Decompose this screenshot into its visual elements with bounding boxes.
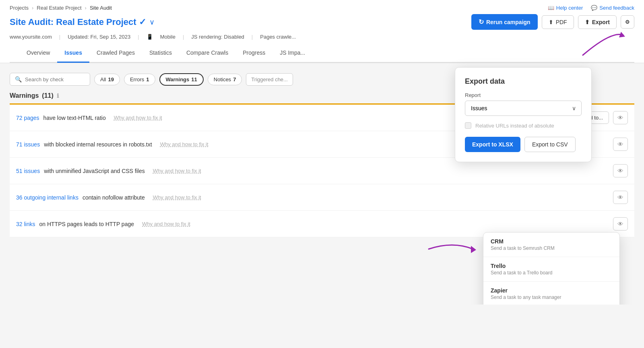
- issue-left-1: 72 pages have low text-HTML ratio Why an…: [16, 115, 162, 121]
- triggered-label: Triggered che...: [251, 76, 288, 82]
- search-box[interactable]: 🔍: [10, 73, 90, 86]
- tab-crawled-pages[interactable]: Crawled Pages: [89, 44, 142, 63]
- filter-warnings-label: Warnings: [166, 76, 190, 82]
- pdf-label: PDF: [556, 19, 567, 25]
- help-center-link[interactable]: 📖 Help center: [548, 5, 583, 11]
- issue-text-4: contain nofollow attribute: [83, 194, 145, 201]
- export-label: Export: [592, 19, 610, 25]
- filter-errors-button[interactable]: Errors 1: [124, 74, 155, 85]
- filter-all-count: 19: [108, 76, 114, 82]
- eye-icon-3: 👁: [617, 167, 623, 174]
- trello-desc: Send a task to a Trello board: [491, 270, 612, 276]
- send-to-crm-item[interactable]: CRM Send a task to Semrush CRM: [483, 233, 619, 257]
- breadcrumb-real-estate[interactable]: Real Estate Project: [37, 5, 81, 11]
- meta-js: JS rendering: Disabled: [191, 34, 244, 40]
- export-button[interactable]: ⬆ Export: [578, 15, 617, 29]
- issue-text-5: on HTTPS pages leads to HTTP page: [39, 221, 134, 227]
- issue-fix-5[interactable]: Why and how to fix it: [142, 221, 190, 227]
- eye-button-3[interactable]: 👁: [613, 164, 628, 177]
- filter-notices-count: 7: [233, 76, 236, 82]
- send-to-trello-item[interactable]: Trello Send a task to a Trello board: [483, 257, 619, 282]
- issue-link-4[interactable]: 36 outgoing internal links: [16, 194, 78, 201]
- export-xlsx-button[interactable]: Export to XLSX: [465, 137, 520, 152]
- breadcrumb-site-audit: Site Audit: [90, 5, 112, 11]
- issue-link-1[interactable]: 72 pages: [16, 115, 39, 121]
- meta-pages: Pages crawle...: [260, 34, 296, 40]
- issue-fix-1[interactable]: Why and how to fix it: [114, 115, 162, 121]
- tab-compare-crawls[interactable]: Compare Crawls: [179, 44, 235, 63]
- issue-left-4: 36 outgoing internal links contain nofol…: [16, 194, 201, 201]
- filter-notices-label: Notices: [214, 76, 231, 82]
- eye-icon-2: 👁: [617, 141, 623, 148]
- filter-errors-label: Errors: [130, 76, 144, 82]
- eye-icon-5: 👁: [617, 220, 623, 227]
- issue-fix-3[interactable]: Why and how to fix it: [153, 168, 201, 174]
- search-input[interactable]: [25, 76, 85, 82]
- issue-link-5[interactable]: 32 links: [16, 221, 35, 227]
- filter-warnings-button[interactable]: Warnings 11: [159, 73, 204, 86]
- section-title-text: Warnings: [10, 92, 39, 99]
- zapier-desc: Send a task to any task manager: [491, 294, 612, 300]
- tab-statistics[interactable]: Statistics: [142, 44, 179, 63]
- eye-button-4[interactable]: 👁: [613, 191, 628, 204]
- meta-sep2: |: [138, 34, 139, 40]
- tab-js-impact[interactable]: JS Impa...: [272, 44, 312, 63]
- export-report-select[interactable]: Issues: [465, 101, 582, 116]
- breadcrumb-sep2: ›: [85, 5, 87, 11]
- issue-link-3[interactable]: 51 issues: [16, 168, 40, 174]
- tab-issues[interactable]: Issues: [57, 44, 89, 63]
- issue-fix-4[interactable]: Why and how to fix it: [153, 194, 201, 200]
- send-feedback-label: Send feedback: [599, 5, 634, 11]
- header-actions: ↻ Rerun campaign ⬆ PDF ⬆ Export ⚙: [471, 14, 634, 30]
- rerun-campaign-button[interactable]: ↻ Rerun campaign: [471, 14, 538, 30]
- eye-button-2[interactable]: 👁: [613, 138, 628, 151]
- book-icon: 📖: [548, 5, 554, 11]
- relative-urls-checkbox[interactable]: [465, 122, 471, 129]
- info-icon[interactable]: ℹ: [57, 93, 59, 99]
- meta-sep3: |: [183, 34, 184, 40]
- issue-left-2: 71 issues with blocked internal resource…: [16, 141, 208, 148]
- issue-text-1: have low text-HTML ratio: [43, 115, 106, 121]
- project-name[interactable]: Real Estate Project ✓: [56, 17, 146, 27]
- issue-link-2[interactable]: 71 issues: [16, 141, 40, 148]
- issue-fix-2[interactable]: Why and how to fix it: [160, 141, 208, 147]
- svg-marker-1: [471, 246, 476, 253]
- settings-button[interactable]: ⚙: [621, 15, 634, 29]
- send-feedback-link[interactable]: 💬 Send feedback: [591, 5, 634, 11]
- gear-icon: ⚙: [625, 19, 630, 25]
- main-content: 🔍 All 19 Errors 1 Warnings 11 Notices 7 …: [0, 63, 644, 305]
- zapier-title: Zapier: [491, 287, 612, 294]
- issue-left-5: 32 links on HTTPS pages leads to HTTP pa…: [16, 221, 190, 227]
- filter-notices-button[interactable]: Notices 7: [208, 74, 242, 85]
- export-select-wrapper: Issues ∨: [465, 101, 582, 116]
- meta-device: Mobile: [160, 34, 175, 40]
- issue-text-2: with blocked internal resources in robot…: [44, 141, 152, 148]
- export-icon: ⬆: [585, 19, 590, 25]
- meta-row: www.yoursite.com | Updated: Fri, Sep 15,…: [10, 31, 634, 44]
- tab-overview[interactable]: Overview: [19, 44, 57, 63]
- breadcrumb-projects[interactable]: Projects: [10, 5, 29, 11]
- send-to-zapier-item[interactable]: Zapier Send a task to any task manager: [483, 282, 619, 305]
- tab-progress[interactable]: Progress: [235, 44, 272, 63]
- triggered-check-filter[interactable]: Triggered che...: [246, 73, 293, 86]
- issue-text-3: with unminified JavaScript and CSS files: [44, 168, 145, 174]
- breadcrumb-sep1: ›: [32, 5, 33, 11]
- title-group: Site Audit: Real Estate Project ✓ ∨: [10, 17, 155, 27]
- crm-desc: Send a task to Semrush CRM: [491, 245, 612, 251]
- pdf-button[interactable]: ⬆ PDF: [542, 15, 574, 29]
- meta-url: www.yoursite.com: [10, 34, 52, 40]
- meta-sep1: |: [59, 34, 60, 40]
- issue-right-5: 👁: [613, 217, 628, 231]
- relative-urls-label: Relative URLs instead of absolute: [475, 123, 554, 129]
- rerun-icon: ↻: [479, 18, 484, 26]
- project-dropdown-chevron[interactable]: ∨: [149, 18, 155, 27]
- export-csv-button[interactable]: Export to CSV: [524, 137, 576, 152]
- crm-title: CRM: [491, 238, 612, 245]
- eye-button-5[interactable]: 👁: [613, 217, 628, 231]
- export-actions: Export to XLSX Export to CSV: [465, 137, 582, 152]
- issue-right-4: 👁: [613, 191, 628, 204]
- eye-button-1[interactable]: 👁: [613, 111, 628, 124]
- site-audit-label: Site Audit: Real Estate Project ✓: [10, 17, 146, 27]
- search-icon: 🔍: [15, 76, 22, 82]
- filter-all-button[interactable]: All 19: [94, 74, 120, 85]
